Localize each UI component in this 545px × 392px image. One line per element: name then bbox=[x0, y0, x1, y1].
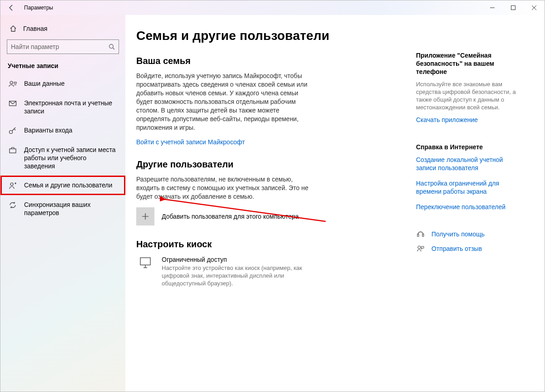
kiosk-title: Ограниченный доступ bbox=[162, 256, 307, 263]
maximize-button[interactable] bbox=[503, 0, 524, 15]
get-help-link[interactable]: Получить помощь bbox=[431, 230, 485, 238]
promo-body: Используйте все знакомые вам средства ци… bbox=[416, 80, 517, 111]
sidebar-item-family[interactable]: Семья и другие пользователи bbox=[0, 176, 125, 195]
headset-icon bbox=[416, 230, 425, 238]
page-title: Семья и другие пользователи bbox=[136, 29, 391, 43]
home-icon bbox=[10, 25, 17, 32]
back-button[interactable] bbox=[4, 0, 19, 15]
svg-point-2 bbox=[109, 44, 114, 49]
kiosk-heading: Настроить киоск bbox=[136, 239, 391, 250]
help-link-screen-time[interactable]: Настройка ограничений для времени работы… bbox=[416, 179, 517, 196]
sidebar-item-sync[interactable]: Синхронизация ваших параметров bbox=[0, 195, 125, 222]
briefcase-icon bbox=[9, 146, 17, 154]
sidebar-item-work-access[interactable]: Доступ к учетной записи места работы или… bbox=[0, 140, 125, 176]
feedback-icon bbox=[416, 245, 425, 253]
sidebar-home[interactable]: Главная bbox=[0, 23, 125, 39]
get-help-row[interactable]: Получить помощь bbox=[416, 230, 517, 238]
sidebar-item-label: Варианты входа bbox=[24, 126, 118, 134]
svg-point-8 bbox=[10, 131, 13, 134]
add-user-row[interactable]: Добавить пользователя для этого компьюте… bbox=[136, 207, 391, 225]
sidebar-item-label: Семья и другие пользователи bbox=[24, 181, 118, 189]
family-body: Войдите, используя учетную запись Майкро… bbox=[136, 72, 313, 132]
svg-rect-9 bbox=[10, 149, 16, 153]
titlebar: Параметры bbox=[0, 0, 545, 15]
others-heading: Другие пользователи bbox=[136, 159, 391, 170]
search-icon bbox=[109, 44, 115, 50]
kiosk-desc: Настройте это устройство как киоск (напр… bbox=[162, 264, 307, 287]
feedback-row[interactable]: Отправить отзыв bbox=[416, 245, 517, 253]
kiosk-text: Ограниченный доступ Настройте это устрой… bbox=[162, 256, 307, 287]
sidebar-item-label: Доступ к учетной записи места работы или… bbox=[24, 146, 118, 170]
plus-icon bbox=[141, 212, 150, 221]
help-link-local-account[interactable]: Создание локальной учетной записи пользо… bbox=[416, 156, 517, 172]
search-input[interactable] bbox=[11, 43, 109, 50]
add-user-button[interactable] bbox=[136, 207, 154, 225]
kiosk-row[interactable]: Ограниченный доступ Настройте это устрой… bbox=[136, 256, 391, 287]
svg-rect-11 bbox=[140, 258, 150, 265]
sidebar-item-label: Электронная почта и учетные записи bbox=[24, 99, 118, 115]
window-controls bbox=[482, 0, 545, 15]
window-title: Параметры bbox=[19, 5, 53, 11]
family-signin-link[interactable]: Войти с учетной записи Майкрософт bbox=[136, 138, 245, 146]
sidebar-item-label: Синхронизация ваших параметров bbox=[24, 201, 118, 217]
sidebar-item-label: Ваши данные bbox=[24, 79, 118, 88]
main-pane: Семья и другие пользователи Ваша семья В… bbox=[125, 15, 545, 392]
svg-rect-1 bbox=[511, 6, 515, 10]
help-link-switch-users[interactable]: Переключение пользователей bbox=[416, 203, 517, 211]
add-user-label: Добавить пользователя для этого компьюте… bbox=[162, 213, 299, 220]
svg-point-10 bbox=[10, 183, 13, 186]
person-plus-icon bbox=[9, 181, 17, 190]
monitor-icon bbox=[136, 256, 154, 270]
mail-icon bbox=[9, 99, 17, 108]
promo-title: Приложение "Семейная безопасность" на ва… bbox=[416, 51, 517, 76]
close-button[interactable] bbox=[524, 0, 545, 15]
minimize-button[interactable] bbox=[482, 0, 503, 15]
sidebar-item-email[interactable]: Электронная почта и учетные записи bbox=[0, 93, 125, 121]
sidebar-item-signin-options[interactable]: Варианты входа bbox=[0, 121, 125, 140]
person-card-icon bbox=[9, 79, 17, 88]
search-box[interactable] bbox=[7, 39, 119, 54]
window-body: Главная Учетные записи Ваши данные Э bbox=[0, 15, 545, 392]
svg-point-4 bbox=[10, 81, 13, 84]
settings-window: Параметры Главная bbox=[0, 0, 545, 392]
svg-rect-5 bbox=[14, 82, 16, 83]
feedback-link[interactable]: Отправить отзыв bbox=[431, 245, 482, 252]
sidebar-section-title: Учетные записи bbox=[0, 62, 125, 74]
svg-point-16 bbox=[418, 246, 421, 249]
sidebar-item-your-info[interactable]: Ваши данные bbox=[0, 74, 125, 93]
others-body: Разрешите пользователям, не включенным в… bbox=[136, 175, 313, 201]
sidebar-home-label: Главная bbox=[23, 25, 47, 32]
sidebar: Главная Учетные записи Ваши данные Э bbox=[0, 15, 125, 392]
sync-icon bbox=[9, 201, 17, 209]
key-icon bbox=[9, 126, 17, 135]
content-column: Семья и другие пользователи Ваша семья В… bbox=[136, 29, 391, 382]
svg-line-3 bbox=[113, 48, 114, 49]
help-heading: Справка в Интернете bbox=[416, 143, 517, 151]
family-heading: Ваша семья bbox=[136, 56, 391, 66]
right-column: Приложение "Семейная безопасность" на ва… bbox=[416, 29, 517, 382]
promo-link[interactable]: Скачать приложение bbox=[416, 116, 517, 124]
